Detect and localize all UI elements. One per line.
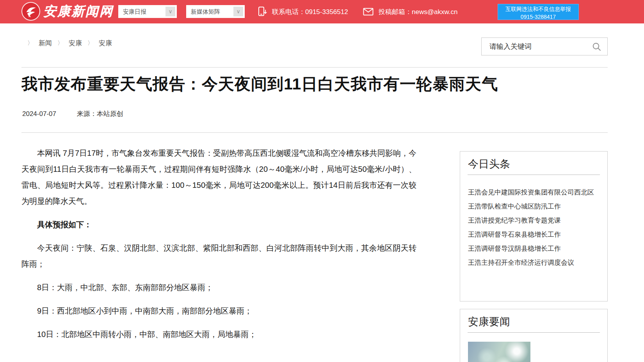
illegal-report-button[interactable]: 互联网违法和不良信息举报 0915-3288417 — [498, 4, 579, 20]
banner-label: 要闻 — [571, 351, 595, 362]
breadcrumb: 〉 新闻 〉 安康 〉 安康 — [27, 39, 112, 48]
chevron-right-icon: 〉 — [87, 39, 93, 47]
dropdown-ankang-daily[interactable]: 安康日报 ∨ — [118, 5, 177, 18]
dropdown-label: 安康日报 — [123, 5, 146, 18]
mail-icon — [363, 8, 374, 16]
article-date: 2024-07-07 — [22, 110, 56, 118]
news-thumbnail-rain-photo[interactable] — [468, 342, 530, 362]
headline-item[interactable]: 王浩调研督导汉阴县稳增长工作 — [468, 242, 600, 256]
phone-icon — [258, 6, 267, 17]
search-icon[interactable] — [592, 42, 601, 52]
contact-email-label: 投稿邮箱：news@akxw.cn — [379, 7, 457, 16]
panel-divider — [468, 175, 600, 175]
divider — [21, 132, 608, 133]
search-input[interactable] — [482, 38, 595, 55]
article-title: 我市发布重要天气报告：今天夜间到11日白天我市有一轮暴雨天气 — [21, 73, 548, 95]
site-logo[interactable]: A 安康新闻网 — [21, 2, 114, 21]
article-paragraph: 今天夜间：宁陕、石泉、汉阴北部、汉滨北部、紫阳北部和西部、白河北部阵雨转中到大雨… — [21, 240, 416, 272]
article-paragraph: 本网讯 7月7日17时，市气象台发布重要天气报告：受副热带高压西北侧暖湿气流和高… — [21, 145, 416, 209]
panel-title-today-headlines: 今日头条 — [468, 157, 600, 171]
breadcrumb-item-ankang-2[interactable]: 安康 — [99, 39, 112, 48]
headline-item[interactable]: 王浩主持召开全市经济运行调度会议 — [468, 256, 600, 270]
panel-title-ankang-news: 安康要闻 — [468, 315, 600, 329]
chevron-down-icon: ∨ — [165, 7, 175, 16]
news-thumbnail-banner[interactable]: 要闻 — [536, 342, 600, 362]
article-source: 来源：本站原创 — [77, 110, 123, 118]
search-box — [481, 37, 608, 55]
ankang-news-panel: 安康要闻 要闻 — [460, 309, 608, 362]
headline-item[interactable]: 王浩讲授党纪学习教育专题党课 — [468, 214, 600, 228]
breadcrumb-item-news[interactable]: 新闻 — [39, 39, 52, 48]
headline-item[interactable]: 王浩带队检查中心城区防汛工作 — [468, 200, 600, 214]
article-paragraph: 10日：北部地区中雨转小雨，中部、南部地区大雨，局地暴雨； — [21, 326, 416, 342]
article-paragraph: 9日：西北部地区小到中雨，中南部大雨，南部部分地区暴雨； — [21, 303, 416, 319]
dropdown-label: 新媒体矩阵 — [191, 5, 220, 18]
breadcrumb-item-ankang[interactable]: 安康 — [69, 39, 82, 48]
today-headlines-panel: 今日头条 王浩会见中建国际投资集团有限公司西北区 王浩带队检查中心城区防汛工作 … — [460, 151, 608, 301]
contact-phone: 联系电话：0915-3356512 — [258, 0, 348, 23]
article-paragraph-forecast-heading: 具体预报如下： — [21, 217, 416, 233]
article-body: 本网讯 7月7日17时，市气象台发布重要天气报告：受副热带高压西北侧暖湿气流和高… — [21, 145, 416, 350]
article-meta: 2024-07-07 来源：本站原创 — [22, 109, 123, 118]
headline-list: 王浩会见中建国际投资集团有限公司西北区 王浩带队检查中心城区防汛工作 王浩讲授党… — [460, 185, 607, 270]
headline-item[interactable]: 王浩调研督导石泉县稳增长工作 — [468, 228, 600, 242]
news-thumbnails: 要闻 — [468, 342, 600, 362]
contact-email: 投稿邮箱：news@akxw.cn — [363, 0, 457, 23]
headline-item[interactable]: 王浩会见中建国际投资集团有限公司西北区 — [468, 185, 600, 200]
chevron-right-icon: 〉 — [57, 39, 63, 47]
top-header-bar: A 安康新闻网 安康日报 ∨ 新媒体矩阵 ∨ 联系电话：0915-3356512 — [0, 0, 644, 23]
report-button-line1: 互联网违法和不良信息举报 — [498, 5, 578, 13]
dropdown-media-matrix[interactable]: 新媒体矩阵 ∨ — [186, 5, 245, 18]
chevron-right-icon: 〉 — [27, 39, 33, 47]
chevron-down-icon: ∨ — [233, 7, 243, 16]
divider — [21, 67, 608, 68]
site-logo-text: 安康新闻网 — [43, 3, 114, 20]
site-logo-bird-icon: A — [21, 2, 40, 21]
article-paragraph: 8日：大雨，中北部、东部、东南部部分地区暴雨； — [21, 280, 416, 296]
report-button-line2: 0915-3288417 — [498, 13, 578, 21]
svg-text:A: A — [28, 14, 31, 18]
panel-divider — [468, 332, 600, 333]
contact-phone-label: 联系电话：0915-3356512 — [272, 7, 348, 16]
